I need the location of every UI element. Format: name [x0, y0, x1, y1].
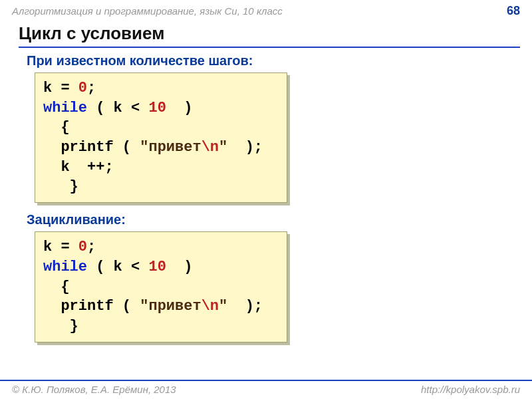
code-brace: { — [43, 279, 70, 295]
code-fn-printf: printf — [61, 139, 113, 156]
code-text: ; — [87, 80, 96, 96]
code-indent — [43, 139, 61, 156]
code-number: 10 — [148, 259, 166, 275]
code-string: " — [219, 298, 227, 315]
footer-url: http://kpolyakov.spb.ru — [421, 384, 520, 395]
code-indent — [43, 298, 61, 315]
section-infinite-loop: Зацикливание: — [27, 212, 520, 227]
page-number: 68 — [507, 4, 520, 18]
code-keyword-while: while — [43, 259, 87, 275]
footer: © К.Ю. Поляков, Е.А. Ерёмин, 2013 http:/… — [0, 380, 532, 399]
code-text: ; — [87, 239, 96, 255]
code-text: ( k < — [87, 259, 148, 275]
code-text: k = — [43, 80, 78, 96]
code-text: k ++; — [43, 159, 114, 176]
code-string: "привет — [140, 298, 201, 315]
code-escape: \n — [201, 139, 219, 156]
code-block-known-steps: k = 0; while ( k < 10 ) { printf ( "прив… — [35, 72, 287, 203]
footer-author: © К.Ю. Поляков, Е.А. Ерёмин, 2013 — [12, 384, 176, 395]
code-text: ( — [114, 139, 140, 156]
code-brace: } — [43, 178, 78, 195]
code-brace: { — [43, 119, 70, 136]
header: Алгоритмизация и программирование, язык … — [0, 0, 532, 21]
code-escape: \n — [201, 298, 219, 315]
content: При известном количестве шагов: k = 0; w… — [0, 48, 532, 342]
code-string: " — [219, 139, 227, 156]
course-title: Алгоритмизация и программирование, язык … — [12, 5, 283, 17]
code-number: 10 — [148, 100, 166, 116]
code-string: "привет — [140, 139, 201, 156]
code-number: 0 — [78, 80, 87, 96]
code-text: k = — [43, 239, 78, 255]
code-text: ( — [114, 298, 140, 315]
code-block-infinite-loop: k = 0; while ( k < 10 ) { printf ( "прив… — [35, 231, 287, 342]
code-keyword-while: while — [43, 100, 87, 116]
code-text: ) — [166, 100, 193, 116]
code-fn-printf: printf — [61, 298, 113, 315]
code-text: ) — [166, 259, 193, 275]
code-text: ( k < — [87, 100, 148, 116]
code-number: 0 — [78, 239, 87, 255]
code-text: ); — [227, 139, 263, 156]
slide-title: Цикл с условием — [19, 23, 520, 48]
code-text: ); — [227, 298, 263, 315]
section-known-steps: При известном количестве шагов: — [27, 53, 520, 68]
code-brace: } — [43, 318, 78, 334]
